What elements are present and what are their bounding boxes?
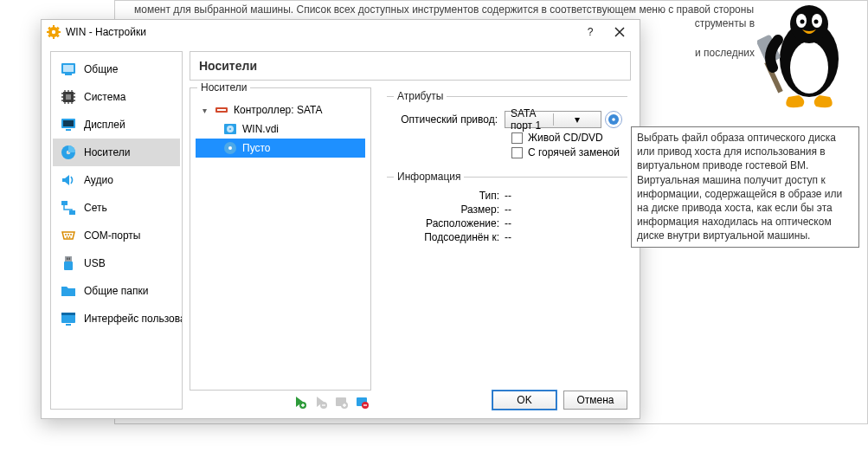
svg-rect-54 [61, 313, 75, 315]
svg-point-60 [229, 128, 231, 130]
info-loc-label: Расположение: [392, 217, 505, 229]
cancel-button[interactable]: Отмена [563, 391, 627, 410]
close-button[interactable] [605, 23, 634, 42]
controller-sata-icon [215, 103, 228, 117]
ok-label: OK [517, 394, 531, 406]
sidebar-item-system[interactable]: Система [53, 83, 180, 111]
sidebar-item-general[interactable]: Общие [53, 55, 180, 83]
tree-label: WIN.vdi [242, 123, 279, 135]
sidebar-item-shared-folders[interactable]: Общие папки [53, 277, 180, 305]
info-type-label: Тип: [392, 190, 505, 202]
remove-attachment-button[interactable] [354, 394, 370, 410]
svg-rect-50 [64, 262, 73, 270]
titlebar: WIN - Настройки ? [42, 20, 640, 44]
svg-point-44 [65, 234, 67, 236]
svg-point-46 [70, 234, 72, 236]
audio-icon [60, 171, 77, 189]
disc-small-icon [608, 113, 620, 126]
svg-point-48 [69, 236, 71, 238]
sidebar-item-ui[interactable]: Интерфейс пользователя [53, 305, 180, 333]
sidebar-item-audio[interactable]: Аудио [53, 166, 180, 194]
svg-rect-11 [53, 25, 55, 28]
add-controller-button[interactable] [292, 394, 307, 410]
dialog-buttons: OK Отмена [492, 391, 627, 410]
carriers-group: Носители ▾ Контроллер: SATA WIN.vdi [190, 87, 371, 391]
add-attachment-button[interactable] [333, 394, 349, 410]
sidebar-item-label: Дисплей [84, 119, 125, 131]
live-cd-checkbox[interactable]: Живой CD/DVD [511, 132, 622, 144]
tree-controller[interactable]: ▾ Контроллер: SATA [196, 100, 365, 119]
help-button[interactable]: ? [575, 23, 605, 42]
sidebar-item-label: Сеть [84, 202, 107, 214]
svg-rect-22 [65, 74, 72, 75]
storage-tree[interactable]: ▾ Контроллер: SATA WIN.vdi Пусто [196, 100, 365, 384]
sidebar-item-usb[interactable]: USB [53, 249, 180, 277]
display-icon [60, 116, 77, 133]
hdd-icon [223, 122, 237, 136]
cancel-label: Отмена [576, 394, 614, 406]
sidebar-item-display[interactable]: Дисплей [53, 111, 180, 139]
info-legend: Информация [394, 171, 464, 183]
cd-icon [223, 141, 237, 155]
info-att-label: Подсоединён к: [392, 231, 505, 243]
hot-swap-label: С горячей заменой [528, 146, 620, 158]
ok-button[interactable]: OK [492, 391, 556, 410]
svg-point-10 [52, 30, 55, 34]
svg-rect-49 [65, 256, 72, 262]
svg-point-62 [228, 146, 232, 150]
svg-rect-38 [63, 120, 74, 126]
sidebar-item-serial[interactable]: СОМ-порты [53, 222, 180, 249]
background-text-line1: момент для выбранной машины. Список всех… [134, 3, 858, 16]
hot-swap-checkbox[interactable]: С горячей заменой [511, 146, 622, 158]
optical-drive-select[interactable]: SATA порт 1 ▾ [505, 111, 601, 128]
tree-toolbar [190, 391, 371, 410]
svg-rect-57 [217, 109, 226, 111]
optical-drive-value: SATA порт 1 [505, 107, 553, 132]
serial-port-icon [60, 227, 77, 244]
optical-drive-label: Оптический привод: [392, 113, 505, 126]
disc-icon [60, 144, 77, 161]
svg-rect-21 [63, 65, 74, 72]
remove-controller-button[interactable] [312, 394, 328, 410]
app-gear-icon [47, 25, 61, 39]
sidebar-item-label: СОМ-порты [84, 229, 140, 242]
ui-icon [60, 310, 77, 327]
choose-disk-tooltip: Выбрать файл образа оптического диска ил… [631, 126, 859, 248]
usb-icon [60, 255, 77, 272]
sidebar-item-network[interactable]: Сеть [53, 194, 180, 222]
sidebar-item-label: Система [84, 91, 125, 103]
main-panel: Носители Носители ▾ Контроллер: SATA [190, 51, 631, 410]
sidebar-item-label: USB [84, 257, 106, 269]
attributes-group: Атрибуты Оптический привод: SATA порт 1 … [383, 87, 631, 410]
choose-disk-button[interactable] [605, 111, 622, 128]
general-icon [60, 61, 77, 78]
background-text-tail2: и последних [695, 46, 755, 60]
page-title-box: Носители [190, 51, 631, 81]
tree-empty-drive[interactable]: Пусто [196, 139, 365, 158]
sidebar-item-label: Носители [84, 146, 130, 158]
chip-icon [60, 88, 77, 106]
sidebar-item-storage[interactable]: Носители [53, 139, 180, 166]
page-title: Носители [199, 59, 621, 73]
svg-point-47 [67, 236, 68, 238]
svg-rect-43 [69, 210, 75, 215]
tooltip-text: Выбрать файл образа оптического диска ил… [637, 132, 842, 242]
svg-rect-42 [61, 201, 68, 205]
checkbox-icon [511, 147, 523, 158]
sidebar-item-label: Интерфейс пользователя [84, 313, 183, 325]
sidebar-item-label: Общие [84, 63, 118, 75]
svg-rect-13 [47, 31, 49, 33]
info-size-value: -- [505, 203, 511, 216]
tree-disk-item[interactable]: WIN.vdi [196, 119, 365, 139]
svg-rect-55 [66, 324, 71, 326]
info-loc-value: -- [505, 217, 511, 229]
svg-text:?: ? [588, 26, 594, 38]
chevron-down-icon: ▾ [553, 113, 601, 126]
sidebar-item-label: Аудио [84, 174, 113, 186]
svg-rect-52 [69, 258, 71, 261]
carriers-legend: Носители [197, 81, 250, 94]
tree-label: Контроллер: SATA [234, 104, 322, 116]
sidebar-item-label: Общие папки [84, 285, 148, 297]
svg-rect-24 [66, 94, 71, 100]
settings-sidebar: Общие Система Дисплей Носители Аудио Сет… [50, 51, 183, 410]
